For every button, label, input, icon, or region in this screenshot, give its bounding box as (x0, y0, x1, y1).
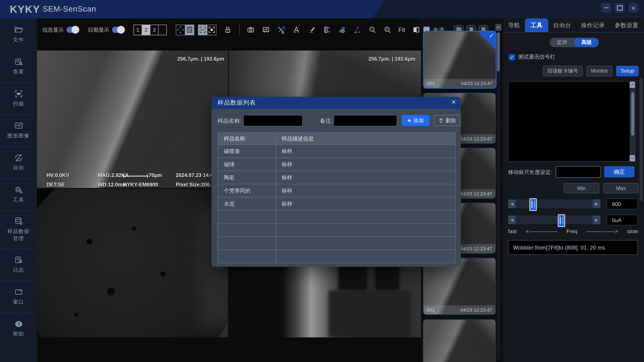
tab-auto-stage[interactable]: 自动台 (548, 18, 576, 32)
view-3-button[interactable]: 3 (150, 25, 158, 35)
thumbnail-scroll-up[interactable] (495, 24, 502, 31)
readback-board-button[interactable]: 回读板卡编号 (543, 66, 583, 76)
value-slider-2[interactable]: ◀ ▶ (508, 216, 600, 224)
view-2-button[interactable]: 2 (142, 25, 150, 35)
dialog-titlebar[interactable]: 样品数据列表 × (212, 97, 461, 109)
slider-increment[interactable]: ▶ (593, 199, 600, 208)
table-row[interactable]: 陶瓷 标样 (218, 171, 455, 184)
thumbnail-scrollbar-track[interactable] (497, 32, 500, 359)
ruler-measure-button[interactable] (322, 26, 330, 34)
sidebar-item-auto[interactable]: A 自动 (0, 146, 37, 178)
zoom-in-button[interactable] (383, 26, 392, 34)
mode-advanced-option[interactable]: 高级 (574, 38, 599, 47)
minimize-button[interactable] (601, 3, 611, 13)
sidebar-item-help[interactable]: ? 帮助 (0, 313, 37, 345)
frame-line-button[interactable] (198, 25, 208, 35)
maximize-button[interactable] (615, 3, 625, 13)
tab-operation-log[interactable]: 操作记录 (576, 18, 610, 32)
sidebar-item-view[interactable]: 查看 (0, 50, 37, 82)
protractor-button[interactable] (338, 26, 346, 34)
frame-square-button[interactable] (208, 25, 216, 35)
cell-name: 锡球 (218, 158, 276, 171)
sample-name-input[interactable] (243, 115, 303, 126)
monitor-scroll-down[interactable] (630, 155, 635, 161)
sidebar-item-graphics[interactable]: 图形图像 (0, 114, 37, 146)
min-button[interactable]: Min (564, 183, 599, 193)
panel-scrollbar-thumb[interactable] (640, 78, 643, 201)
svg-text:?: ? (17, 322, 20, 327)
max-button[interactable]: Max (604, 183, 639, 193)
monitor-scroll-up[interactable] (630, 82, 635, 88)
slider-handle[interactable] (558, 214, 565, 227)
monitor-scrollbar (630, 82, 635, 161)
slider-increment[interactable]: ▶ (593, 216, 600, 224)
setup-button[interactable]: Setup (616, 66, 639, 76)
close-button[interactable]: × (628, 3, 638, 13)
ruler-length-input[interactable] (556, 166, 601, 178)
add-sample-button[interactable]: + 添加 (402, 115, 430, 126)
thumbnail-1[interactable]: ✓ 001 04/23 12:23:47 (423, 31, 496, 89)
marker-button[interactable] (307, 26, 316, 34)
sem-image-primary[interactable]: 256.7μm. | 192.6μm HV:0.0KV MAG:2.82KX 7… (37, 50, 228, 188)
mode-monitor-option[interactable]: 监测 (550, 38, 574, 47)
dither-grid-button[interactable] (185, 25, 194, 35)
signal-test-checkbox[interactable]: ✓ (509, 54, 515, 60)
tab-parameters[interactable]: 参数设置 (610, 18, 644, 32)
monitor-button[interactable]: Monitor (586, 66, 612, 76)
table-row[interactable]: 个梵蒂冈的 标样 (218, 184, 455, 197)
value-slider-1[interactable]: ◀ ▶ (508, 199, 600, 208)
minimize-icon (604, 7, 608, 8)
sidebar-item-sample-data[interactable]: 样品数据管理 (0, 211, 37, 249)
slider-decrement[interactable]: ◀ (508, 216, 516, 224)
fit-button[interactable]: Fit (398, 26, 405, 33)
lock-button[interactable] (224, 26, 232, 34)
info-display-toggle[interactable] (66, 27, 79, 33)
table-row-empty[interactable] (218, 237, 455, 250)
expand-view-button[interactable] (176, 25, 185, 35)
dialog-close-button[interactable]: × (451, 98, 456, 107)
tools-button[interactable] (277, 26, 285, 34)
chamber-camera-view[interactable] (37, 189, 228, 338)
table-row[interactable]: 锡球 标样 (218, 158, 455, 171)
monitor-scroll-thumb[interactable] (631, 92, 634, 136)
table-row[interactable]: 水泥 标样 (218, 197, 455, 211)
angle-measure-button[interactable] (353, 26, 361, 34)
slider-decrement[interactable]: ◀ (508, 199, 516, 208)
sidebar-item-window[interactable]: 窗口 (0, 281, 37, 313)
monitor-output-area[interactable] (508, 81, 635, 162)
sample-data-dialog: 样品数据列表 × 样品名称: 备注: + 添加 删除 样品名称 (212, 97, 461, 267)
tab-tools[interactable]: 工具 (525, 18, 548, 32)
confirm-button[interactable]: 确定 (604, 166, 634, 177)
split-view-button[interactable] (412, 26, 420, 34)
table-row-empty[interactable] (218, 211, 455, 224)
image-export-button[interactable] (262, 26, 270, 34)
sidebar-item-tools[interactable]: 工具 (0, 178, 37, 211)
table-row-empty[interactable] (218, 250, 455, 263)
thumbnail-scrollbar-thumb[interactable] (497, 32, 500, 71)
sidebar-item-scan[interactable]: 扫描 (0, 82, 37, 114)
table-row-empty[interactable] (218, 224, 455, 237)
thumbnail-6[interactable] (423, 319, 496, 362)
delete-sample-button[interactable]: 删除 (434, 115, 461, 126)
cell-desc: 标样 (276, 145, 455, 158)
view-1-button[interactable]: 1 (134, 25, 142, 35)
view-4-button[interactable] (158, 25, 166, 35)
text-annotation-button[interactable] (292, 26, 300, 34)
zoom-in-icon (384, 26, 391, 34)
capture-button[interactable] (246, 26, 254, 34)
zoom-out-button[interactable] (368, 26, 376, 34)
table-row[interactable]: 碳喷漆 标样 (218, 145, 455, 158)
slider-2-value[interactable]: 0uA (606, 215, 638, 225)
expand-icon (176, 26, 184, 34)
sidebar-item-file[interactable]: 文件 (0, 18, 37, 50)
tab-navigation[interactable]: 导航 (503, 18, 525, 32)
check-icon: ✓ (510, 54, 514, 60)
sample-table: 样品名称 样品描述信息 碳喷漆 标样 锡球 标样 陶瓷 标样 个梵蒂冈的 标 (218, 133, 456, 263)
lock-icon (224, 26, 232, 34)
sidebar-item-log[interactable]: 日志 (0, 249, 37, 281)
remark-input[interactable] (334, 115, 397, 126)
slider-1-value[interactable]: 800 (606, 199, 638, 209)
date-display-toggle[interactable] (112, 27, 124, 33)
slider-handle[interactable] (530, 198, 537, 211)
stage-camera-view[interactable] (229, 266, 421, 337)
